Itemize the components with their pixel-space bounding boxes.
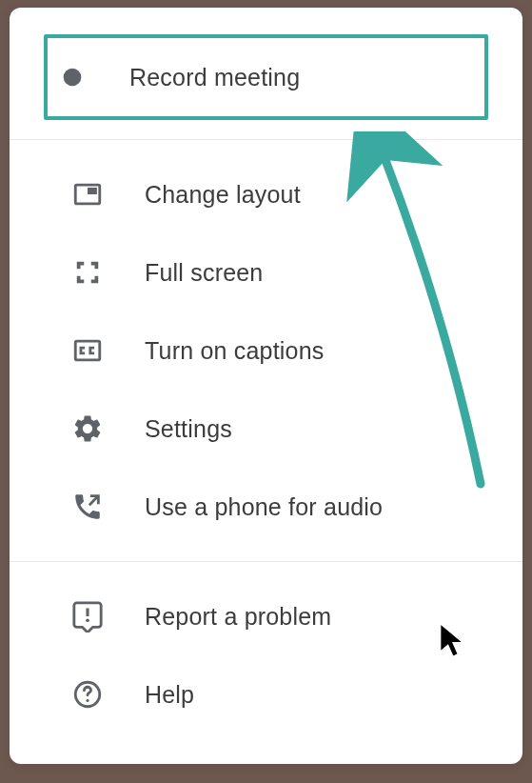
options-menu: Record meeting Change layout Full screen <box>10 8 522 764</box>
menu-item-use-phone-audio[interactable]: Use a phone for audio <box>49 468 483 546</box>
phone-icon <box>67 486 108 528</box>
menu-item-label: Report a problem <box>145 603 331 631</box>
divider <box>10 139 522 140</box>
svg-point-5 <box>86 618 89 622</box>
menu-section: Change layout Full screen Turn on captio… <box>10 148 522 553</box>
menu-item-label: Record meeting <box>129 64 300 91</box>
menu-item-record-meeting[interactable]: Record meeting <box>48 38 484 116</box>
menu-item-turn-on-captions[interactable]: Turn on captions <box>49 311 483 390</box>
menu-section: Report a problem Help <box>10 570 522 741</box>
menu-item-label: Change layout <box>145 181 301 209</box>
menu-item-full-screen[interactable]: Full screen <box>49 233 483 311</box>
settings-icon <box>67 408 108 450</box>
menu-item-report-problem[interactable]: Report a problem <box>49 577 483 655</box>
svg-point-0 <box>64 69 82 87</box>
menu-item-settings[interactable]: Settings <box>49 390 483 468</box>
menu-item-label: Use a phone for audio <box>145 493 383 521</box>
menu-item-label: Full screen <box>145 259 263 287</box>
menu-item-change-layout[interactable]: Change layout <box>49 155 483 233</box>
svg-rect-2 <box>88 188 97 194</box>
menu-item-label: Settings <box>145 415 232 443</box>
highlight-box: Record meeting <box>44 34 488 120</box>
layout-icon <box>67 173 108 215</box>
divider <box>10 561 522 562</box>
menu-item-label: Turn on captions <box>145 337 325 365</box>
fullscreen-icon <box>67 251 108 293</box>
feedback-icon <box>67 595 108 637</box>
menu-item-label: Help <box>145 681 194 709</box>
svg-rect-3 <box>75 341 100 360</box>
menu-item-help[interactable]: Help <box>49 655 483 733</box>
help-icon <box>67 673 108 715</box>
svg-point-7 <box>86 699 89 702</box>
captions-icon <box>67 330 108 371</box>
record-icon <box>51 56 93 98</box>
